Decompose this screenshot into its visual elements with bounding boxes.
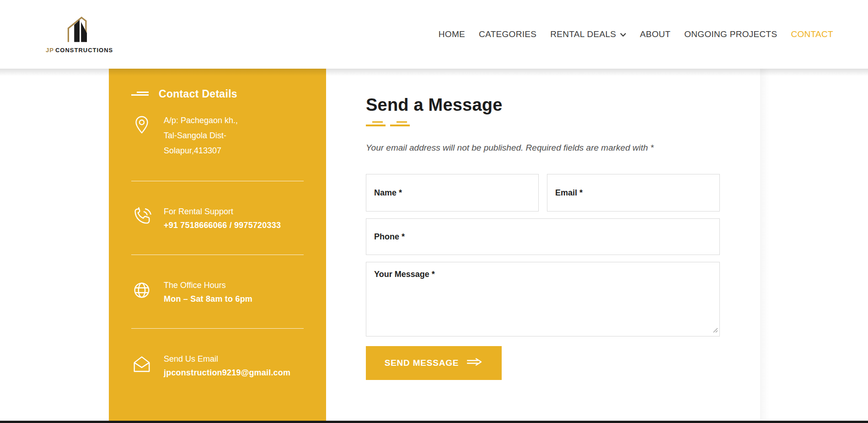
phone-label: For Rental Support [164,205,281,219]
address-text: A/p: Pachegaon kh., Tal-Sangola Dist- So… [164,113,238,158]
nav-item-rental-deals[interactable]: RENTAL DEALS [550,29,626,39]
email-text: Send Us Email jpconstruction9219@gmail.c… [164,352,290,380]
nav-item-contact[interactable]: CONTACT [791,29,833,39]
nav-item-home[interactable]: HOME [439,29,465,39]
message-field-label: Your Message * [374,270,435,279]
address-line: Tal-Sangola Dist- [164,128,238,143]
office-hours-item: The Office Hours Mon – Sat 8am to 6pm [131,278,304,306]
brand-name-constructions: CONSTRUCTIONS [55,47,113,54]
main-nav: HOME CATEGORIES RENTAL DEALS ABOUT ONGOI… [439,29,833,39]
name-field[interactable]: Name * [366,174,539,212]
address-line: A/p: Pachegaon kh., [164,113,238,128]
phone-field-label: Phone * [374,232,405,242]
send-message-section: Send a Message Your email address will n… [366,69,720,380]
site-header: JPCONSTRUCTIONS HOME CATEGORIES RENTAL D… [0,0,868,69]
envelope-icon [131,353,152,374]
office-hours-value: Mon – Sat 8am to 6pm [164,293,252,306]
location-pin-icon [131,114,152,136]
nav-item-rental-deals-label: RENTAL DEALS [550,29,616,39]
message-field[interactable]: Your Message * [366,262,720,336]
phone-icon [131,206,152,227]
email-item: Send Us Email jpconstruction9219@gmail.c… [131,352,304,380]
send-message-label: SEND MESSAGE [385,358,459,368]
brand-logo[interactable]: JPCONSTRUCTIONS [46,16,113,54]
email-field[interactable]: Email * [547,174,720,212]
arrow-right-icon [466,358,483,369]
title-dash-decoration [131,92,150,97]
contact-form: Name * Email * Phone * Your Message * [366,174,720,380]
textarea-resize-handle[interactable] [713,326,718,335]
send-message-button[interactable]: SEND MESSAGE [366,346,502,380]
email-field-label: Email * [555,188,583,198]
footer-top-edge [0,421,868,423]
address-line: Solapur,413307 [164,143,238,158]
heading-dash-decoration [366,121,720,127]
sidebar-divider [131,255,304,255]
name-field-label: Name * [374,188,402,198]
nav-item-categories[interactable]: CATEGORIES [479,29,536,39]
chevron-down-icon [620,29,626,39]
privacy-note: Your email address will not be published… [366,143,720,153]
form-row: Name * Email * [366,174,720,212]
nav-item-ongoing-projects[interactable]: ONGOING PROJECTS [684,29,777,39]
contact-details-panel: Contact Details A/p: Pachegaon kh., Tal-… [109,69,326,423]
contact-page: JPCONSTRUCTIONS HOME CATEGORIES RENTAL D… [0,0,868,423]
phone-field[interactable]: Phone * [366,218,720,255]
sidebar-divider [131,181,304,181]
office-hours-label: The Office Hours [164,278,252,293]
phone-text: For Rental Support +91 7518666066 / 9975… [164,205,281,232]
content-area: Contact Details A/p: Pachegaon kh., Tal-… [0,69,868,423]
panel-title-row: Contact Details [131,88,304,100]
email-label: Send Us Email [164,352,290,366]
address-item: A/p: Pachegaon kh., Tal-Sangola Dist- So… [131,113,304,158]
page-title: Send a Message [366,95,720,115]
globe-icon [131,280,152,301]
nav-item-about[interactable]: ABOUT [640,29,670,39]
buildings-logo-icon [62,16,97,46]
phone-item: For Rental Support +91 7518666066 / 9975… [131,205,304,232]
office-hours-text: The Office Hours Mon – Sat 8am to 6pm [164,278,252,306]
brand-name: JPCONSTRUCTIONS [46,47,113,54]
sidebar-divider [131,328,304,329]
email-address[interactable]: jpconstruction9219@gmail.com [164,366,290,380]
panel-title: Contact Details [159,88,237,100]
brand-name-jp: JP [46,47,54,54]
content-right-edge [760,69,868,423]
phone-number[interactable]: +91 7518666066 / 9975720333 [164,219,281,232]
